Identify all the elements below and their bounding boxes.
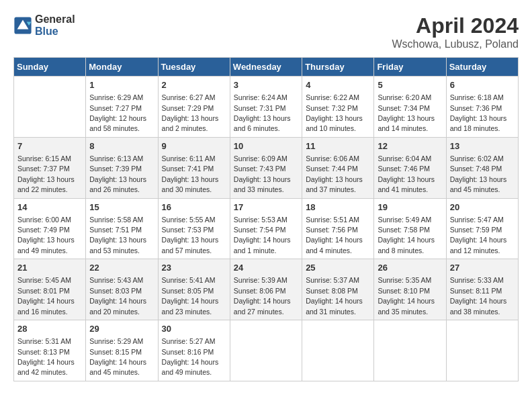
day-number: 19 (378, 201, 442, 214)
day-info: Sunrise: 5:47 AM Sunset: 7:59 PM Dayligh… (450, 216, 507, 255)
calendar-cell: 11Sunrise: 6:06 AM Sunset: 7:44 PM Dayli… (302, 137, 374, 198)
calendar-cell: 13Sunrise: 6:02 AM Sunset: 7:48 PM Dayli… (446, 137, 518, 198)
day-info: Sunrise: 6:27 AM Sunset: 7:29 PM Dayligh… (162, 93, 219, 132)
day-info: Sunrise: 6:11 AM Sunset: 7:41 PM Dayligh… (162, 154, 219, 193)
calendar-cell: 17Sunrise: 5:53 AM Sunset: 7:54 PM Dayli… (230, 198, 302, 259)
day-number: 10 (234, 140, 298, 152)
calendar-cell: 7Sunrise: 6:15 AM Sunset: 7:37 PM Daylig… (14, 137, 86, 198)
calendar-cell: 19Sunrise: 5:49 AM Sunset: 7:58 PM Dayli… (374, 198, 446, 259)
calendar-cell: 25Sunrise: 5:37 AM Sunset: 8:08 PM Dayli… (302, 259, 374, 320)
day-number: 21 (17, 262, 82, 274)
day-info: Sunrise: 6:00 AM Sunset: 7:49 PM Dayligh… (17, 216, 75, 255)
day-info: Sunrise: 5:35 AM Sunset: 8:10 PM Dayligh… (378, 276, 435, 315)
day-number: 12 (378, 140, 442, 152)
calendar-cell (374, 320, 446, 381)
day-number: 25 (306, 262, 370, 274)
week-row-5: 28Sunrise: 5:31 AM Sunset: 8:13 PM Dayli… (14, 320, 519, 381)
day-number: 7 (17, 140, 82, 152)
column-header-sunday: Sunday (14, 58, 86, 77)
calendar-cell: 26Sunrise: 5:35 AM Sunset: 8:10 PM Dayli… (374, 259, 446, 320)
calendar-cell: 14Sunrise: 6:00 AM Sunset: 7:49 PM Dayli… (14, 198, 86, 259)
page-header: General Blue April 2024 Wschowa, Lubusz,… (13, 13, 519, 50)
calendar-subtitle: Wschowa, Lubusz, Poland (392, 38, 519, 50)
day-info: Sunrise: 6:15 AM Sunset: 7:37 PM Dayligh… (17, 154, 75, 193)
day-number: 1 (89, 79, 154, 91)
day-number: 2 (162, 79, 226, 91)
calendar-cell: 21Sunrise: 5:45 AM Sunset: 8:01 PM Dayli… (14, 259, 86, 320)
day-number: 22 (89, 262, 154, 274)
day-info: Sunrise: 5:27 AM Sunset: 8:16 PM Dayligh… (162, 337, 219, 376)
calendar-cell (14, 77, 86, 138)
logo-text: General Blue (35, 13, 75, 38)
day-info: Sunrise: 5:31 AM Sunset: 8:13 PM Dayligh… (17, 337, 75, 376)
day-info: Sunrise: 5:53 AM Sunset: 7:54 PM Dayligh… (234, 216, 291, 255)
week-row-3: 14Sunrise: 6:00 AM Sunset: 7:49 PM Dayli… (14, 198, 519, 259)
calendar-cell (302, 320, 374, 381)
calendar-cell: 30Sunrise: 5:27 AM Sunset: 8:16 PM Dayli… (158, 320, 230, 381)
day-info: Sunrise: 5:41 AM Sunset: 8:05 PM Dayligh… (162, 276, 219, 315)
calendar-cell: 12Sunrise: 6:04 AM Sunset: 7:46 PM Dayli… (374, 137, 446, 198)
day-info: Sunrise: 5:33 AM Sunset: 8:11 PM Dayligh… (450, 276, 507, 315)
calendar-cell: 9Sunrise: 6:11 AM Sunset: 7:41 PM Daylig… (158, 137, 230, 198)
calendar-cell: 3Sunrise: 6:24 AM Sunset: 7:31 PM Daylig… (230, 77, 302, 138)
column-header-saturday: Saturday (446, 58, 518, 77)
calendar-cell: 28Sunrise: 5:31 AM Sunset: 8:13 PM Dayli… (14, 320, 86, 381)
day-info: Sunrise: 5:43 AM Sunset: 8:03 PM Dayligh… (89, 276, 146, 315)
day-info: Sunrise: 5:29 AM Sunset: 8:15 PM Dayligh… (89, 337, 146, 376)
day-number: 18 (306, 201, 370, 214)
day-info: Sunrise: 5:39 AM Sunset: 8:06 PM Dayligh… (234, 276, 291, 315)
day-number: 26 (378, 262, 442, 274)
calendar-cell: 8Sunrise: 6:13 AM Sunset: 7:39 PM Daylig… (86, 137, 158, 198)
day-info: Sunrise: 5:58 AM Sunset: 7:51 PM Dayligh… (89, 216, 146, 255)
day-info: Sunrise: 5:49 AM Sunset: 7:58 PM Dayligh… (378, 216, 435, 255)
day-number: 23 (162, 262, 226, 274)
calendar-table: SundayMondayTuesdayWednesdayThursdayFrid… (13, 57, 519, 381)
day-number: 29 (89, 323, 154, 335)
day-info: Sunrise: 6:02 AM Sunset: 7:48 PM Dayligh… (450, 154, 507, 193)
logo-icon (13, 16, 32, 35)
day-number: 14 (17, 201, 82, 214)
calendar-cell: 27Sunrise: 5:33 AM Sunset: 8:11 PM Dayli… (446, 259, 518, 320)
calendar-cell: 29Sunrise: 5:29 AM Sunset: 8:15 PM Dayli… (86, 320, 158, 381)
day-info: Sunrise: 6:20 AM Sunset: 7:34 PM Dayligh… (378, 93, 435, 132)
day-number: 20 (450, 201, 515, 214)
day-info: Sunrise: 5:37 AM Sunset: 8:08 PM Dayligh… (306, 276, 363, 315)
day-info: Sunrise: 6:18 AM Sunset: 7:36 PM Dayligh… (450, 93, 507, 132)
day-number: 3 (234, 79, 298, 91)
day-info: Sunrise: 6:09 AM Sunset: 7:43 PM Dayligh… (234, 154, 291, 193)
title-block: April 2024 Wschowa, Lubusz, Poland (392, 13, 519, 50)
day-number: 9 (162, 140, 226, 152)
day-number: 4 (306, 79, 370, 91)
day-number: 28 (17, 323, 82, 335)
day-info: Sunrise: 5:55 AM Sunset: 7:53 PM Dayligh… (162, 216, 219, 255)
calendar-cell: 10Sunrise: 6:09 AM Sunset: 7:43 PM Dayli… (230, 137, 302, 198)
calendar-cell: 15Sunrise: 5:58 AM Sunset: 7:51 PM Dayli… (86, 198, 158, 259)
day-number: 11 (306, 140, 370, 152)
calendar-cell (446, 320, 518, 381)
day-info: Sunrise: 6:06 AM Sunset: 7:44 PM Dayligh… (306, 154, 363, 193)
day-number: 6 (450, 79, 515, 91)
calendar-cell: 6Sunrise: 6:18 AM Sunset: 7:36 PM Daylig… (446, 77, 518, 138)
day-info: Sunrise: 5:45 AM Sunset: 8:01 PM Dayligh… (17, 276, 75, 315)
column-header-friday: Friday (374, 58, 446, 77)
calendar-body: 1Sunrise: 6:29 AM Sunset: 7:27 PM Daylig… (14, 77, 519, 381)
column-header-monday: Monday (86, 58, 158, 77)
day-info: Sunrise: 6:13 AM Sunset: 7:39 PM Dayligh… (89, 154, 146, 193)
column-header-tuesday: Tuesday (158, 58, 230, 77)
day-info: Sunrise: 6:04 AM Sunset: 7:46 PM Dayligh… (378, 154, 435, 193)
calendar-cell: 5Sunrise: 6:20 AM Sunset: 7:34 PM Daylig… (374, 77, 446, 138)
calendar-cell (230, 320, 302, 381)
calendar-cell: 23Sunrise: 5:41 AM Sunset: 8:05 PM Dayli… (158, 259, 230, 320)
calendar-cell: 22Sunrise: 5:43 AM Sunset: 8:03 PM Dayli… (86, 259, 158, 320)
header-row: SundayMondayTuesdayWednesdayThursdayFrid… (14, 58, 519, 77)
column-header-thursday: Thursday (302, 58, 374, 77)
calendar-cell: 2Sunrise: 6:27 AM Sunset: 7:29 PM Daylig… (158, 77, 230, 138)
week-row-4: 21Sunrise: 5:45 AM Sunset: 8:01 PM Dayli… (14, 259, 519, 320)
calendar-header: SundayMondayTuesdayWednesdayThursdayFrid… (14, 58, 519, 77)
day-info: Sunrise: 6:22 AM Sunset: 7:32 PM Dayligh… (306, 93, 363, 132)
column-header-wednesday: Wednesday (230, 58, 302, 77)
day-info: Sunrise: 6:24 AM Sunset: 7:31 PM Dayligh… (234, 93, 291, 132)
day-number: 13 (450, 140, 515, 152)
day-number: 8 (89, 140, 154, 152)
logo: General Blue (13, 13, 75, 38)
